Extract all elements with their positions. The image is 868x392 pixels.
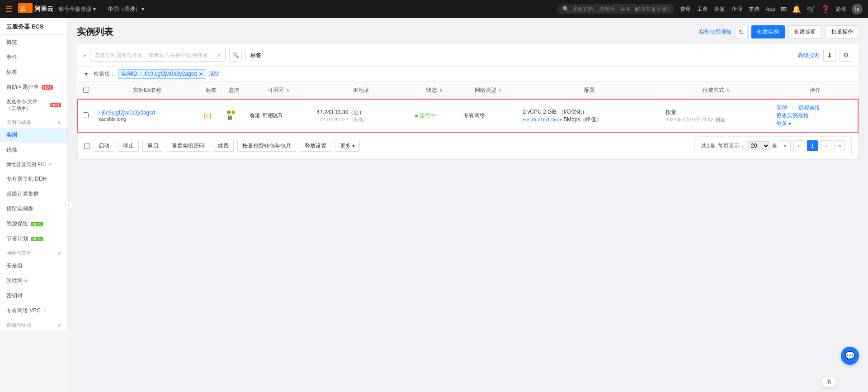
sidebar-item-events[interactable]: 事件 — [0, 50, 67, 65]
cart-icon[interactable]: 🛒 — [807, 5, 816, 14]
restart-button[interactable]: 重启 — [142, 140, 163, 152]
sidebar-item-images[interactable]: 镜像 — [0, 143, 67, 158]
stop-button[interactable]: 停止 — [118, 140, 139, 152]
sidebar-item-hpc[interactable]: 超级计算集群 — [0, 186, 67, 201]
sidebar-item-overview[interactable]: 概览 — [0, 35, 67, 50]
renew-button[interactable]: 续费 — [213, 140, 234, 152]
pay-convert-button[interactable]: 按量付费转包年包月 — [237, 140, 296, 152]
sidebar-item-security-group[interactable]: 安全组 — [0, 258, 67, 273]
sort-icon: ⇅ — [439, 88, 443, 93]
settings-icon-button[interactable]: ⚙ — [840, 49, 852, 62]
search-icon: 🔍 — [562, 6, 569, 12]
tag-icon[interactable]: 🏷 — [204, 113, 211, 119]
chat-button[interactable]: 💬 — [841, 347, 859, 365]
global-search-input[interactable] — [572, 6, 669, 12]
pagination-page-1[interactable]: 1 — [807, 140, 818, 151]
nav-enterprise[interactable]: 企业 — [731, 5, 742, 13]
bottom-action-bar: 启动 停止 重启 重置实例密码 续费 按量付费转包年包月 释放设置 更多 ▾ 共… — [77, 133, 859, 159]
row-actions-cell: 管理 ｜ 远程连接 更改实例规格 ｜ 更多 ▾ — [772, 99, 858, 132]
instance-id-link[interactable]: i-j6c9ujgf2jw0a3y2agsd — [99, 110, 155, 116]
spec-link[interactable]: ecs.t6-c1m1.large — [523, 117, 562, 122]
sidebar-item-instances[interactable]: 实例 — [0, 128, 67, 143]
section-toggle-storage[interactable]: ∧ — [57, 322, 61, 328]
action-manage[interactable]: 管理 — [776, 105, 787, 111]
clear-icon[interactable]: ✕ — [216, 52, 222, 59]
row-billing-cell: 按量 2021年3月19日 21:52 创建 — [661, 99, 772, 132]
notification-icon[interactable]: 🔔 — [792, 5, 801, 14]
pagination-prev[interactable]: ‹ — [793, 140, 804, 151]
refresh-button[interactable]: ↻ — [735, 26, 748, 38]
per-page-select[interactable]: 20 50 100 — [747, 141, 770, 150]
total-count: 共1条 — [701, 142, 715, 150]
reset-password-button[interactable]: 重置实例密码 — [167, 140, 209, 152]
sidebar-item-tags[interactable]: 标签 — [0, 65, 67, 80]
feedback-button[interactable]: 助 — [821, 376, 836, 387]
create-instance-button[interactable]: 创建实例 — [751, 25, 785, 38]
monitor-display-icon[interactable]: 🖥 — [227, 114, 233, 121]
sidebar-item-commands[interactable]: 发送命令/文件（云助手） HOT — [0, 95, 67, 115]
batch-operations-button[interactable]: 批量操作 — [826, 25, 859, 38]
sidebar-item-reserved[interactable]: 预留实例券 — [0, 201, 67, 216]
filter-tag-close[interactable]: ✕ — [198, 71, 203, 77]
pagination-next[interactable]: › — [821, 140, 831, 151]
search-filter-input[interactable]: ✕ — [90, 49, 226, 62]
sidebar-item-troubleshoot[interactable]: 自助问题排查 HOT — [0, 80, 67, 95]
download-icon-button[interactable]: ⬇ — [823, 49, 836, 62]
active-filter-tag: 实例ID: i-j6c9ujgf2jw0a3y2agsd ✕ — [118, 69, 206, 79]
action-connect[interactable]: 远程连接 — [798, 105, 820, 111]
row-checkbox-cell[interactable] — [78, 99, 94, 132]
more-actions-button[interactable]: 更多 ▾ — [335, 140, 360, 152]
sidebar: 云服务器 ECS 概览 事件 标签 自助问题排查 HOT 发送命令/文件（云助手… — [0, 18, 68, 330]
col-network[interactable]: 网络类型 ⇅ — [459, 82, 519, 99]
col-status[interactable]: 状态 ⇅ — [410, 82, 459, 99]
sidebar-item-vpc[interactable]: 专有网络 VPC ↗ — [0, 303, 67, 318]
sidebar-item-keypair[interactable]: 密钥对 — [0, 288, 67, 303]
clear-all-filters[interactable]: 清除 — [209, 70, 220, 78]
action-more[interactable]: 更多 ▾ — [776, 120, 853, 127]
section-toggle-instances[interactable]: ∧ — [57, 120, 61, 125]
row-zone-cell: 香港 可用区B — [245, 99, 312, 132]
bottom-select-all[interactable] — [84, 143, 90, 149]
sidebar-item-resource-assurance[interactable]: 资源保险 NEW — [0, 216, 67, 231]
pagination-prev-prev[interactable]: « — [780, 140, 791, 151]
search-toolbar: ▸ ✕ 🔍 标签 高级搜索 ⬇ ⚙ — [77, 44, 859, 66]
sidebar-item-label: 事件 — [6, 53, 17, 61]
nav-support[interactable]: 支持 — [749, 5, 760, 13]
sidebar-item-savings[interactable]: 节省计划 NEW — [0, 231, 67, 246]
start-button[interactable]: 启动 — [94, 140, 114, 152]
account-info[interactable]: 账号全部资源 ▾ — [59, 5, 96, 13]
section-toggle-network[interactable]: ∧ — [57, 250, 61, 256]
pagination-next-next[interactable]: » — [834, 140, 845, 151]
nav-fee[interactable]: 费用 — [680, 5, 691, 13]
col-billing[interactable]: 付费方式 ⇅ — [661, 82, 772, 99]
create-diagnosis-button[interactable]: 创建诊断 — [788, 25, 822, 38]
status-indicator: 运行中 — [415, 112, 454, 120]
nav-ticket[interactable]: 工单 — [697, 5, 708, 13]
help-icon[interactable]: ❓ — [821, 5, 830, 14]
app-layout: 云服务器 ECS 概览 事件 标签 自助问题排查 HOT 发送命令/文件（云助手… — [0, 18, 868, 392]
col-zone[interactable]: 可用区 ⇅ — [245, 82, 312, 99]
user-avatar[interactable]: Ie — [852, 4, 863, 14]
search-icon: 🔍 — [232, 52, 239, 58]
col-checkbox[interactable] — [78, 82, 94, 99]
region-selector[interactable]: 中国（香港） ▾ — [108, 5, 144, 13]
nav-icp[interactable]: 备案 — [714, 5, 725, 13]
search-button[interactable]: 🔍 — [229, 49, 242, 62]
global-search[interactable]: 🔍 — [557, 4, 675, 14]
advanced-search-link[interactable]: 高级搜索 — [798, 52, 820, 59]
tag-filter-button[interactable]: 标签 — [245, 50, 266, 61]
nav-app[interactable]: App — [766, 6, 775, 12]
message-icon[interactable]: ✉ — [781, 5, 787, 14]
row-checkbox[interactable] — [83, 112, 89, 118]
hamburger-menu[interactable]: ☰ — [5, 4, 13, 14]
action-change-spec[interactable]: 更改实例规格 — [776, 112, 809, 119]
usage-notice-button[interactable]: 实例使用须知 — [699, 28, 731, 36]
select-all-checkbox[interactable] — [83, 87, 89, 93]
sidebar-item-eci[interactable]: 弹性容器实例 ECI ↗ — [0, 158, 67, 172]
sidebar-item-elastic-nic[interactable]: 弹性网卡 — [0, 273, 67, 288]
release-settings-button[interactable]: 释放设置 — [300, 140, 331, 152]
search-input[interactable] — [94, 52, 214, 58]
sidebar-item-ddh[interactable]: 专有宿主机 DDH — [0, 172, 67, 186]
language-selector[interactable]: 简体 — [835, 5, 846, 13]
sidebar-collapse-button[interactable]: ‹ — [64, 201, 73, 210]
